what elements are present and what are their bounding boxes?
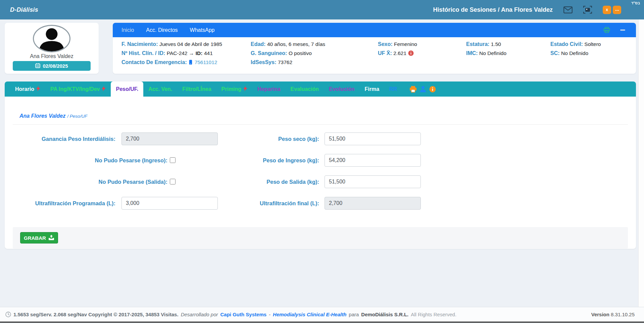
mail-icon[interactable] bbox=[563, 6, 573, 13]
emergency-phone-link[interactable]: 75611012 bbox=[195, 59, 217, 65]
footer: 1.5653 seg/Serv. 2.068 seg/Nav Copyright… bbox=[0, 307, 644, 323]
label-uf-programada: Ultrafiltración Programada (L): bbox=[18, 197, 115, 210]
info-birthdate: F. Nacimiento: Jueves 04 de Abril de 198… bbox=[121, 40, 222, 49]
save-button[interactable]: GRABAR bbox=[20, 232, 58, 243]
version-label: Version bbox=[591, 312, 609, 317]
more-options-button[interactable] bbox=[613, 6, 621, 14]
label-peso-salida: Peso de Salida (kg): bbox=[219, 175, 319, 188]
info-bmi: IMC: No Definido bbox=[466, 49, 506, 58]
footer-rights: All Rights Reserved. bbox=[411, 312, 456, 317]
version-value: 8.31.10.25 bbox=[611, 312, 635, 317]
label-ganancia-peso: Ganancia Peso Interdiálisis: bbox=[18, 132, 115, 145]
info-height: Estatura: 1.50 bbox=[466, 40, 506, 49]
info-body-surface: SC: No Definido bbox=[550, 49, 601, 58]
action-strip: GRABAR bbox=[13, 227, 628, 249]
uf-final-input bbox=[325, 197, 421, 210]
close-button[interactable]: x bbox=[603, 6, 611, 14]
lightning-icon bbox=[243, 86, 247, 93]
tab-horario[interactable]: Horario bbox=[10, 82, 45, 97]
info-uf-avg: UF X̄: 2.621 bbox=[378, 49, 417, 59]
footer-company-link[interactable]: Capi Guth Systems bbox=[220, 312, 267, 317]
label-no-pudo-ingreso: No Pudo Pesarse (Ingreso): bbox=[18, 154, 167, 167]
info-circle-icon[interactable] bbox=[429, 86, 436, 93]
minimize-icon[interactable] bbox=[620, 30, 625, 31]
nav-item-whatsapp[interactable]: WhatsApp bbox=[190, 27, 215, 33]
footer-product-link[interactable]: Hemodialysis Clinical E-Health bbox=[273, 312, 346, 317]
peso-salida-input[interactable] bbox=[325, 175, 421, 188]
footer-client: DemoDiálisis S.R.L. bbox=[361, 312, 408, 317]
patient-user-icon[interactable] bbox=[419, 86, 427, 93]
phone-icon bbox=[189, 58, 192, 67]
calendar-icon bbox=[35, 63, 40, 69]
save-icon bbox=[48, 235, 54, 241]
tab-evolucion[interactable]: Evolución bbox=[324, 82, 359, 97]
divider bbox=[13, 124, 628, 125]
breadcrumb-section: / Peso/UF bbox=[67, 114, 87, 119]
label-peso-ingreso: Peso de Ingreso (kg): bbox=[219, 154, 319, 167]
session-date-button[interactable]: 02/08/2025 bbox=[13, 61, 91, 71]
info-history-id: Nº Hist. Clín. / ID: PAC-242 → ID: 441 bbox=[121, 49, 222, 58]
scrollbar-track[interactable] bbox=[638, 19, 644, 307]
breadcrumb: Ana Flores Valdez/ Peso/UF bbox=[19, 113, 87, 119]
info-blood-type: G. Sanguineo: O positivo bbox=[251, 49, 325, 58]
footer-separator: - bbox=[269, 312, 270, 317]
peso-seco-input[interactable] bbox=[325, 132, 421, 145]
footer-para: para bbox=[349, 312, 359, 317]
footer-developed-by: Desarrollado por bbox=[181, 312, 218, 317]
nav-item-acc-directos[interactable]: Acc. Directos bbox=[146, 27, 178, 33]
tab-rr[interactable]: RR bbox=[384, 82, 402, 97]
lightning-icon bbox=[36, 86, 40, 93]
corner-text: בס"ד bbox=[631, 1, 640, 5]
tab-acc-ven[interactable]: Acc. Ven. bbox=[143, 82, 177, 97]
avatar bbox=[33, 25, 70, 52]
tab-filtro-linea[interactable]: Filtro/LÍnea bbox=[177, 82, 216, 97]
uf-info-icon[interactable] bbox=[408, 50, 414, 59]
print-icon[interactable] bbox=[603, 27, 610, 33]
info-marital-status: Estado Civil: Soltero bbox=[550, 40, 601, 49]
footer-version: Version 8.31.10.25 bbox=[591, 312, 635, 317]
breadcrumb-patient-name: Ana Flores Valdez bbox=[19, 113, 65, 119]
patient-info-grid: F. Nacimiento: Jueves 04 de Abril de 198… bbox=[113, 37, 636, 40]
ellipsis-icon bbox=[615, 7, 619, 12]
tab-heparina[interactable]: Heparina bbox=[252, 82, 285, 97]
app-header: D-Diálisis Histórico de Sesiones / Ana F… bbox=[0, 0, 644, 19]
label-uf-final: Ultrafiltración final (L): bbox=[219, 197, 319, 210]
no-pudo-salida-checkbox[interactable] bbox=[170, 179, 176, 184]
tab-priming[interactable]: Priming bbox=[216, 82, 253, 97]
app-title: D-Diálisis bbox=[10, 6, 38, 13]
peso-ingreso-input[interactable] bbox=[325, 154, 421, 167]
session-date: 02/08/2025 bbox=[43, 63, 68, 69]
session-main-card: Horario PA Ing/KTV/Ing/Dev Peso/UF. Acc.… bbox=[5, 82, 636, 249]
ganancia-peso-input bbox=[121, 132, 218, 145]
session-tabbar: Horario PA Ing/KTV/Ing/Dev Peso/UF. Acc.… bbox=[5, 82, 636, 97]
tab-firma[interactable]: Firma bbox=[360, 82, 385, 97]
footer-stats: 1.5653 seg/Serv. 2.068 seg/Nav Copyright… bbox=[13, 312, 179, 317]
clock-icon bbox=[5, 312, 11, 317]
lightning-icon bbox=[102, 86, 106, 93]
tab-evaluacion[interactable]: Evaluación bbox=[286, 82, 324, 97]
no-pudo-ingreso-checkbox[interactable] bbox=[170, 157, 176, 163]
info-age: Edad: 40 años, 6 meses, 7 días bbox=[251, 40, 325, 49]
tab-pa-ktv[interactable]: PA Ing/KTV/Ing/Dev bbox=[45, 82, 111, 97]
info-session-id: IdSesSys: 73762 bbox=[251, 58, 325, 67]
info-sex: Sexo: Femenino bbox=[378, 40, 417, 49]
patient-name: Ana Flores Valdez bbox=[5, 53, 99, 59]
patient-info-card: Inicio Acc. Directos WhatsApp F. Nacimie… bbox=[113, 23, 636, 74]
nav-item-inicio[interactable]: Inicio bbox=[121, 27, 134, 33]
info-emergency-contact: Contacto De Emergencia: 75611012 bbox=[121, 58, 222, 67]
nav-strip: Inicio Acc. Directos WhatsApp bbox=[113, 23, 636, 37]
bottom-strip bbox=[0, 324, 644, 325]
print-session-icon[interactable] bbox=[409, 86, 417, 93]
patient-card: Ana Flores Valdez 02/08/2025 bbox=[5, 23, 99, 74]
tab-peso-uf[interactable]: Peso/UF. bbox=[111, 82, 143, 97]
label-no-pudo-salida: No Pudo Pesarse (Salida): bbox=[18, 175, 167, 188]
page-title: Histórico de Sesiones / Ana Flores Valde… bbox=[433, 6, 553, 13]
screenshot-icon[interactable] bbox=[583, 6, 592, 14]
label-peso-seco: Peso seco (kg): bbox=[219, 132, 319, 145]
uf-programada-input[interactable] bbox=[121, 197, 218, 210]
